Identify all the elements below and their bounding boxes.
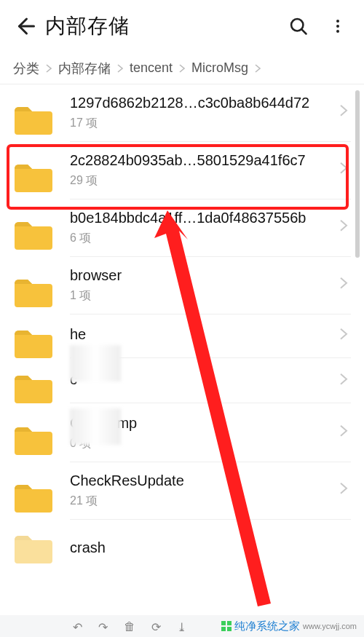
folder-name: he <box>70 326 325 343</box>
folder-icon <box>13 277 54 309</box>
row-body: browser 1 项 <box>70 267 351 314</box>
list-item[interactable]: he <box>0 314 364 360</box>
folder-icon <box>13 373 54 405</box>
search-button[interactable] <box>285 13 312 39</box>
folder-icon <box>13 482 54 514</box>
folder-name: 2c28824b0935ab…5801529a41f6c7 <box>70 152 325 169</box>
svg-rect-4 <box>221 621 226 625</box>
svg-point-2 <box>336 25 339 28</box>
more-vertical-icon <box>329 17 347 35</box>
row-body: 2c28824b0935ab…5801529a41f6c7 29 项 <box>70 152 351 199</box>
breadcrumb: 分类 内部存储 tencent MicroMsg <box>0 52 364 84</box>
list-item[interactable]: b0e184bbdc4a1ff…1da0f48637556b 6 项 <box>0 199 364 257</box>
back-arrow-icon <box>14 15 36 37</box>
watermark-logo-icon <box>221 621 232 631</box>
folder-name: crash <box>70 539 325 556</box>
chevron-right-icon <box>116 64 124 73</box>
folder-count: 17 项 <box>70 116 325 131</box>
svg-point-1 <box>336 20 339 23</box>
list-item[interactable]: c <box>0 360 364 405</box>
crumb-1[interactable]: 内部存储 <box>58 60 111 77</box>
chevron-right-icon <box>339 424 348 440</box>
chevron-right-icon <box>339 373 348 389</box>
list-item[interactable]: CheckResUpdate 21 项 <box>0 462 364 520</box>
folder-name: b0e184bbdc4a1ff…1da0f48637556b <box>70 210 325 226</box>
toolbar-icons: ↶ ↷ 🗑 ⟳ ⤓ <box>73 620 186 634</box>
list-item[interactable]: crash <box>0 520 364 565</box>
chevron-right-icon <box>339 481 348 497</box>
folder-name: 1297d6862b2128…c3c0ba8b644d72 <box>70 95 325 111</box>
header-bar: 内部存储 <box>0 0 364 52</box>
folder-name: browser <box>70 267 325 284</box>
search-icon <box>288 16 309 36</box>
more-button[interactable] <box>325 13 351 39</box>
row-body: 1297d6862b2128…c3c0ba8b644d72 17 项 <box>70 95 351 142</box>
folder-count: 1 项 <box>70 288 325 304</box>
footer-strip: ↶ ↷ 🗑 ⟳ ⤓ 纯净系统之家 www.ycwjj.com <box>0 615 364 637</box>
chevron-right-icon <box>339 103 348 119</box>
row-body: CheckResUpdate 21 项 <box>70 472 351 520</box>
watermark-brand: 纯净系统之家 <box>234 620 300 633</box>
crumb-2[interactable]: tencent <box>130 60 173 76</box>
header-actions <box>285 13 351 39</box>
folder-icon <box>13 533 54 565</box>
folder-count: 21 项 <box>70 494 325 509</box>
crumb-3[interactable]: MicroMsg <box>191 60 248 76</box>
chevron-right-icon <box>339 276 348 292</box>
folder-icon <box>13 328 54 360</box>
crumb-0[interactable]: 分类 <box>13 60 39 77</box>
svg-point-3 <box>336 30 339 33</box>
row-body: b0e184bbdc4a1ff…1da0f48637556b 6 项 <box>70 210 351 257</box>
back-button[interactable] <box>9 10 41 42</box>
app-root: 内部存储 分类 内部存储 tencent MicroMsg <box>0 0 364 637</box>
folder-icon <box>13 424 54 456</box>
blur-patch <box>70 408 121 445</box>
folder-icon <box>13 219 54 251</box>
list-item[interactable]: browser 1 项 <box>0 257 364 314</box>
blur-patch <box>70 345 121 381</box>
list-item[interactable]: 2c28824b0935ab…5801529a41f6c7 29 项 <box>0 142 364 199</box>
list-item[interactable]: CDNTemp 0 项 <box>0 405 364 462</box>
chevron-right-icon <box>339 161 348 177</box>
chevron-right-icon <box>178 64 186 73</box>
folder-count: 29 项 <box>70 173 325 189</box>
folder-icon <box>13 162 54 194</box>
page-title: 内部存储 <box>45 12 285 40</box>
chevron-right-icon <box>339 218 348 234</box>
redo-icon[interactable]: ↷ <box>98 620 108 634</box>
rows-container: 1297d6862b2128…c3c0ba8b644d72 17 项 2c288… <box>0 84 364 565</box>
list-item[interactable]: 1297d6862b2128…c3c0ba8b644d72 17 项 <box>0 84 364 142</box>
chevron-right-icon <box>45 64 52 73</box>
download-icon[interactable]: ⤓ <box>177 620 186 634</box>
chevron-right-icon <box>254 64 261 73</box>
undo-icon[interactable]: ↶ <box>73 620 82 634</box>
folder-icon <box>13 104 54 136</box>
row-body: crash <box>70 539 351 556</box>
svg-rect-5 <box>227 621 232 625</box>
reload-icon[interactable]: ⟳ <box>151 620 161 634</box>
folder-count: 6 项 <box>70 231 325 246</box>
svg-rect-6 <box>221 627 226 631</box>
chevron-right-icon <box>339 328 348 344</box>
trash-icon[interactable]: 🗑 <box>124 620 135 634</box>
svg-rect-7 <box>227 627 232 631</box>
watermark-url: www.ycwjj.com <box>303 622 357 630</box>
folder-name: CheckResUpdate <box>70 472 325 489</box>
folder-list: 1297d6862b2128…c3c0ba8b644d72 17 项 2c288… <box>0 84 364 615</box>
